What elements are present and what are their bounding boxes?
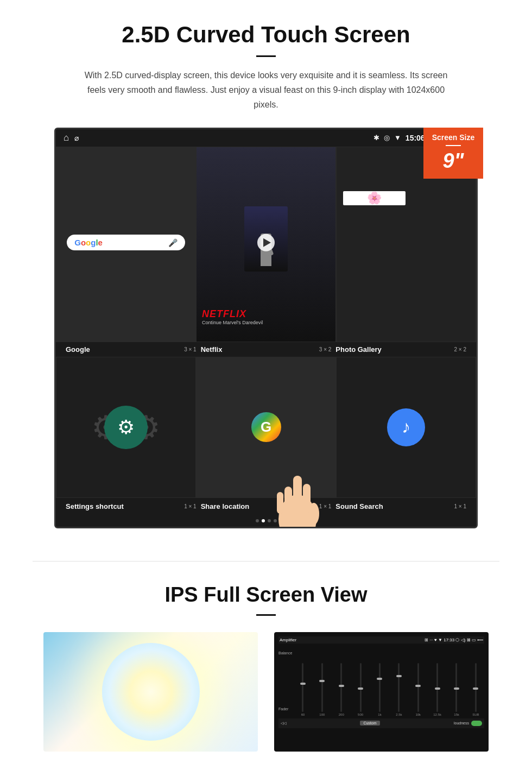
google-app-cell[interactable]: Google 🎤: [56, 147, 196, 342]
photo-thumb-1: 🌸: [343, 191, 406, 205]
clock: 15:06: [406, 134, 425, 142]
section2-underline: [256, 614, 276, 616]
eq-track-8[interactable]: [436, 663, 438, 712]
maps-icon: G: [251, 412, 281, 442]
sound-label: Sound Search 1 × 1: [333, 502, 468, 510]
google-app-name: Google: [66, 345, 90, 354]
hand-pointing-illustration: [265, 443, 330, 528]
eq-handle-3: [339, 685, 344, 687]
eq-bar-3: 200: [333, 663, 350, 716]
eq-bar-2: 100: [314, 663, 331, 716]
sunlight-glow: [102, 643, 200, 741]
eq-bar-4: 500: [352, 663, 369, 716]
amp-prev-icon[interactable]: ◁◁: [281, 721, 286, 726]
hand-svg: [265, 443, 330, 528]
balance-label: Balance: [278, 651, 292, 655]
eq-handle-1: [300, 683, 306, 685]
mic-icon[interactable]: 🎤: [168, 238, 178, 247]
status-bar: ⌂ ⌀ ✱ ◎ ▼ 15:06 ⬡ ◁) ⊠ ▭: [56, 129, 476, 147]
eq-freq-1: 60: [301, 713, 305, 716]
amp-status-icons: ⊞ ··· ♥ ▼ 17:33 ⬡ ◁) ⊠ ▭ ⟵: [425, 638, 483, 642]
section1-title: 2.5D Curved Touch Screen: [33, 22, 499, 48]
head-unit-screen: ⌂ ⌀ ✱ ◎ ▼ 15:06 ⬡ ◁) ⊠ ▭: [54, 128, 478, 528]
google-search-bar[interactable]: Google 🎤: [67, 235, 185, 250]
sunlight-visual: [43, 632, 258, 752]
home-icon[interactable]: ⌂: [64, 133, 69, 143]
eq-track-3[interactable]: [340, 663, 342, 712]
eq-freq-6: 2.5k: [396, 713, 402, 716]
title-underline: [256, 55, 276, 57]
badge-size: 9": [442, 149, 464, 172]
photo-gallery-grid: 2 × 2: [454, 346, 466, 352]
badge-label: Screen Size: [428, 133, 479, 142]
maps-g-logo: G: [251, 412, 281, 442]
eq-bar-7: 10k: [410, 663, 427, 716]
amplifier-screen: Amplifier ⊞ ··· ♥ ▼ 17:33 ⬡ ◁) ⊠ ▭ ⟵ Bal…: [274, 632, 489, 752]
netflix-app-name: Netflix: [201, 345, 223, 354]
usb-icon: ⌀: [74, 134, 79, 142]
eq-handle-9: [454, 687, 459, 690]
settings-gear-bg: ⚙: [104, 406, 148, 449]
settings-gear-icon: ⚙: [117, 416, 135, 439]
eq-track-4[interactable]: [360, 663, 362, 712]
amplifier-image: Amplifier ⊞ ··· ♥ ▼ 17:33 ⬡ ◁) ⊠ ▭ ⟵ Bal…: [274, 632, 489, 752]
section2-title: IPS Full Screen View: [33, 583, 499, 607]
section1-description: With 2.5D curved-display screen, this de…: [81, 68, 451, 112]
feature-grid: No light reflecting under 360° direct su…: [33, 632, 499, 757]
dot-2: [262, 519, 265, 522]
sunlight-image: [43, 632, 258, 752]
eq-handle-6: [396, 675, 402, 677]
loudness-toggle-pill[interactable]: [471, 721, 482, 726]
photo-gallery-label: Photo Gallery 2 × 2: [333, 345, 468, 354]
dot-1: [256, 519, 259, 522]
amp-eq-bars: 60 100: [294, 646, 484, 716]
eq-bar-9: 15k: [448, 663, 465, 716]
netflix-app-cell[interactable]: NETFLIX Continue Marvel's Daredevil: [196, 147, 336, 342]
amp-content: Balance Fader 60: [278, 646, 484, 716]
maps-app-cell[interactable]: G: [196, 357, 336, 498]
eq-handle-2: [319, 680, 325, 682]
eq-handle-8: [435, 687, 440, 690]
play-triangle-icon: [263, 238, 271, 247]
eq-freq-8: 12.5k: [433, 713, 441, 716]
svg-rect-4: [277, 492, 283, 514]
netflix-grid-size: 3 × 2: [319, 346, 332, 352]
eq-freq-5: 1k: [378, 713, 381, 716]
app-grid-row2: ⚙ ⚙ ⚙ G: [56, 357, 476, 498]
feature-sunlight: No light reflecting under 360° direct su…: [43, 632, 258, 757]
eq-handle-7: [415, 685, 421, 687]
eq-freq-3: 200: [339, 713, 344, 716]
eq-track-9[interactable]: [455, 663, 457, 712]
section-ips: IPS Full Screen View No light reflecting…: [0, 583, 532, 757]
eq-track-2[interactable]: [321, 663, 323, 712]
eq-freq-9: 15k: [454, 713, 459, 716]
netflix-play-button[interactable]: [257, 234, 275, 251]
wifi-icon: ▼: [394, 134, 401, 142]
section-curved-screen: 2.5D Curved Touch Screen With 2.5D curve…: [0, 0, 532, 539]
settings-label: Settings shortcut 1 × 1: [64, 502, 199, 510]
loudness-toggle[interactable]: loudness: [454, 721, 482, 726]
device-mockup: Screen Size 9" ⌂ ⌀ ✱ ◎ ▼ 15:06 ⬡ ◁) ⊠: [54, 128, 478, 528]
amp-footer: ◁◁ Custom loudness: [278, 718, 484, 728]
loudness-label: loudness: [454, 721, 469, 725]
eq-freq-4: 500: [358, 713, 363, 716]
screen-size-badge: Screen Size 9": [423, 128, 483, 179]
eq-track-10[interactable]: [475, 663, 477, 712]
eq-track-5[interactable]: [379, 663, 381, 712]
eq-bar-10: SUB: [467, 663, 484, 716]
custom-button[interactable]: Custom: [360, 721, 379, 726]
settings-app-cell[interactable]: ⚙ ⚙ ⚙: [56, 357, 196, 498]
eq-track-7[interactable]: [417, 663, 419, 712]
photo-gallery-name: Photo Gallery: [335, 345, 382, 354]
eq-track-6[interactable]: [398, 663, 400, 712]
eq-freq-10: SUB: [472, 713, 479, 716]
eq-bar-8: 12.5k: [429, 663, 446, 716]
eq-bar-6: 2.5k: [390, 663, 407, 716]
eq-track-1[interactable]: [302, 663, 303, 712]
eq-bar-5: 1k: [371, 663, 388, 716]
app-grid-row1: Google 🎤: [56, 147, 476, 342]
sound-search-cell[interactable]: ♪: [336, 357, 476, 498]
amp-header: Amplifier ⊞ ··· ♥ ▼ 17:33 ⬡ ◁) ⊠ ▭ ⟵: [278, 636, 484, 644]
svg-point-5: [308, 503, 319, 525]
google-label: Google 3 × 1: [64, 345, 199, 354]
